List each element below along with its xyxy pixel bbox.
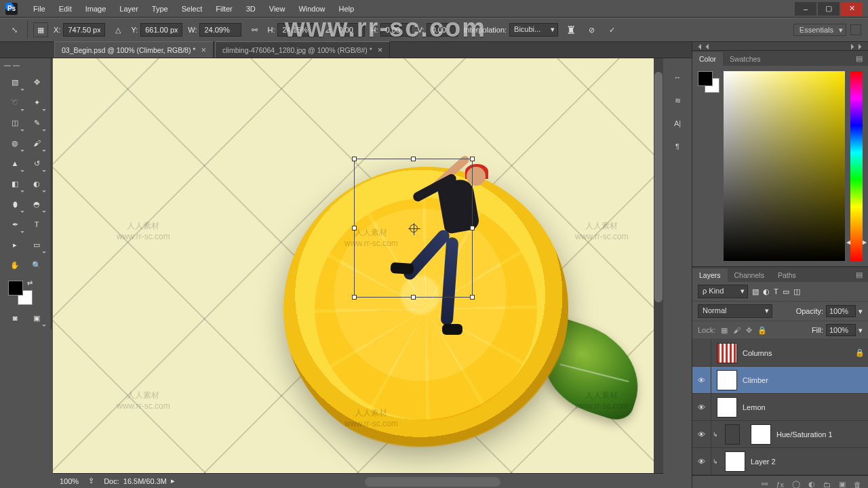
layer-row[interactable]: Columns 🔒 bbox=[692, 340, 868, 367]
magic-wand-tool[interactable]: ✦ bbox=[27, 94, 46, 111]
export-icon[interactable]: ⇪ bbox=[88, 476, 94, 485]
lock-transparency-icon[interactable]: ▦ bbox=[721, 326, 728, 335]
layer-name[interactable]: Columns bbox=[743, 349, 852, 357]
filter-adjust-icon[interactable]: ◐ bbox=[763, 287, 770, 296]
filter-kind-select[interactable]: ρ Kind bbox=[698, 285, 748, 298]
canvas[interactable]: 人人素材www.rr-sc.com 人人素材www.rr-sc.com 人人素材… bbox=[53, 58, 663, 473]
visibility-toggle[interactable]: 👁 bbox=[692, 448, 711, 474]
dodge-tool[interactable]: ◓ bbox=[27, 195, 46, 213]
character-panel-icon[interactable]: A| bbox=[671, 117, 684, 130]
window-close[interactable]: ✕ bbox=[841, 2, 863, 16]
transform-handle[interactable] bbox=[352, 157, 357, 161]
menu-layer[interactable]: Layer bbox=[113, 3, 144, 15]
filter-image-icon[interactable]: ▧ bbox=[752, 287, 759, 296]
tab-color[interactable]: Color bbox=[692, 52, 723, 66]
tab-channels[interactable]: Channels bbox=[728, 268, 771, 282]
canvas-horizontal-scrollbar[interactable] bbox=[365, 477, 500, 487]
chevron-down-icon[interactable]: ▾ bbox=[859, 307, 863, 316]
menu-view[interactable]: View bbox=[263, 3, 292, 15]
doc-tab-inactive[interactable]: climbing-476064_1280.jpg @ 100% (RGB/8#)… bbox=[215, 41, 390, 58]
new-adjustment-icon[interactable]: ◐ bbox=[808, 480, 815, 488]
path-select-tool[interactable]: ▸ bbox=[5, 236, 24, 253]
close-tab-icon[interactable]: × bbox=[378, 45, 383, 55]
filter-shape-icon[interactable]: ▭ bbox=[783, 287, 789, 296]
layer-thumb[interactable] bbox=[717, 343, 737, 363]
pen-tool[interactable]: ✒ bbox=[5, 216, 24, 233]
panel-menu-icon[interactable]: ▤ bbox=[850, 52, 868, 66]
menu-image[interactable]: Image bbox=[79, 3, 113, 15]
foreground-color[interactable] bbox=[698, 71, 713, 86]
color-field[interactable] bbox=[724, 71, 845, 261]
shape-tool[interactable]: ▭ bbox=[27, 236, 46, 253]
layer-thumb[interactable] bbox=[717, 397, 737, 418]
w-input[interactable] bbox=[199, 23, 241, 37]
quickmask-tool[interactable]: ◙ bbox=[5, 309, 24, 327]
layer-row[interactable]: 👁 Lemon bbox=[692, 394, 868, 421]
filter-type-icon[interactable]: T bbox=[774, 287, 778, 296]
zoom-value[interactable]: 100% bbox=[60, 477, 79, 485]
lock-paint-icon[interactable]: 🖌 bbox=[733, 326, 741, 334]
stamp-tool[interactable]: ▲ bbox=[5, 155, 24, 172]
hskew-input[interactable] bbox=[380, 23, 412, 37]
zoom-tool[interactable]: 🔍 bbox=[27, 256, 46, 274]
menu-3d[interactable]: 3D bbox=[240, 3, 262, 15]
lock-position-icon[interactable]: ✥ bbox=[746, 326, 752, 335]
h-input[interactable] bbox=[277, 23, 319, 37]
filter-smart-icon[interactable]: ◫ bbox=[793, 287, 800, 296]
scroll-thumb[interactable] bbox=[365, 477, 500, 487]
eyedropper-tool[interactable]: ✎ bbox=[27, 114, 46, 131]
scroll-thumb[interactable] bbox=[654, 72, 663, 302]
type-tool[interactable]: T bbox=[27, 216, 46, 233]
interpolation-select[interactable]: Bicubi... bbox=[509, 23, 558, 37]
lock-all-icon[interactable]: 🔒 bbox=[757, 326, 767, 335]
paragraph-panel-icon[interactable]: ¶ bbox=[671, 140, 684, 153]
vskew-input[interactable] bbox=[427, 23, 458, 37]
close-tab-icon[interactable]: × bbox=[201, 45, 206, 55]
delta-icon[interactable]: △ bbox=[111, 22, 125, 37]
delete-layer-icon[interactable]: 🗑 bbox=[854, 481, 861, 489]
chevron-down-icon[interactable]: ▾ bbox=[859, 326, 863, 335]
layer-thumb[interactable] bbox=[725, 451, 745, 472]
layer-row[interactable]: 👁 ↳ Layer 2 bbox=[692, 448, 868, 475]
menu-filter[interactable]: Filter bbox=[210, 3, 238, 15]
aspect-link-icon[interactable]: ⚯ bbox=[247, 22, 262, 37]
transform-handle[interactable] bbox=[352, 295, 357, 300]
tab-paths[interactable]: Paths bbox=[771, 268, 803, 282]
tab-swatches[interactable]: Swatches bbox=[723, 52, 768, 66]
hand-tool[interactable]: ✋ bbox=[5, 256, 24, 274]
color-swatches[interactable] bbox=[698, 71, 718, 92]
chevron-right-icon[interactable]: ▸ bbox=[171, 476, 175, 485]
transform-center[interactable] bbox=[410, 224, 418, 232]
history-brush-tool[interactable]: ↺ bbox=[27, 155, 46, 172]
transform-handle[interactable] bbox=[411, 295, 416, 300]
mask-thumb[interactable] bbox=[751, 424, 771, 445]
healing-brush-tool[interactable]: ◍ bbox=[5, 134, 24, 152]
window-maximize[interactable]: ▢ bbox=[818, 2, 840, 16]
swap-colors-icon[interactable]: ⇄ bbox=[27, 279, 33, 287]
menu-type[interactable]: Type bbox=[146, 3, 174, 15]
link-layers-icon[interactable]: ⚯ bbox=[762, 480, 768, 488]
blend-mode-select[interactable]: Normal bbox=[698, 304, 772, 318]
visibility-toggle[interactable]: 👁 bbox=[692, 394, 711, 420]
transform-handle[interactable] bbox=[411, 157, 416, 161]
rotate-input[interactable] bbox=[334, 23, 365, 37]
transform-handle[interactable] bbox=[470, 295, 475, 300]
transform-handle[interactable] bbox=[470, 226, 475, 230]
menu-edit[interactable]: Edit bbox=[53, 3, 78, 15]
layer-thumb[interactable] bbox=[717, 370, 737, 390]
reference-point-icon[interactable]: ▦ bbox=[33, 22, 48, 37]
layer-name[interactable]: Hue/Saturation 1 bbox=[776, 430, 868, 439]
visibility-toggle[interactable]: 👁 bbox=[692, 367, 711, 393]
blur-tool[interactable]: ⬮ bbox=[5, 195, 24, 213]
opacity-input[interactable] bbox=[826, 305, 856, 317]
layer-row[interactable]: 👁 Climber bbox=[692, 367, 868, 394]
fill-input[interactable] bbox=[826, 324, 856, 336]
foreground-swatch[interactable] bbox=[8, 281, 23, 296]
visibility-toggle[interactable] bbox=[692, 340, 711, 366]
workspace-menu-icon[interactable] bbox=[850, 24, 861, 35]
hue-slider[interactable]: ◀▶ bbox=[850, 71, 863, 261]
rect-marquee-tool[interactable]: ▧ bbox=[5, 73, 24, 91]
brush-panel-icon[interactable]: ↔ bbox=[671, 70, 684, 84]
lasso-tool[interactable]: ➰ bbox=[5, 94, 24, 111]
new-layer-icon[interactable]: ▣ bbox=[839, 480, 846, 488]
